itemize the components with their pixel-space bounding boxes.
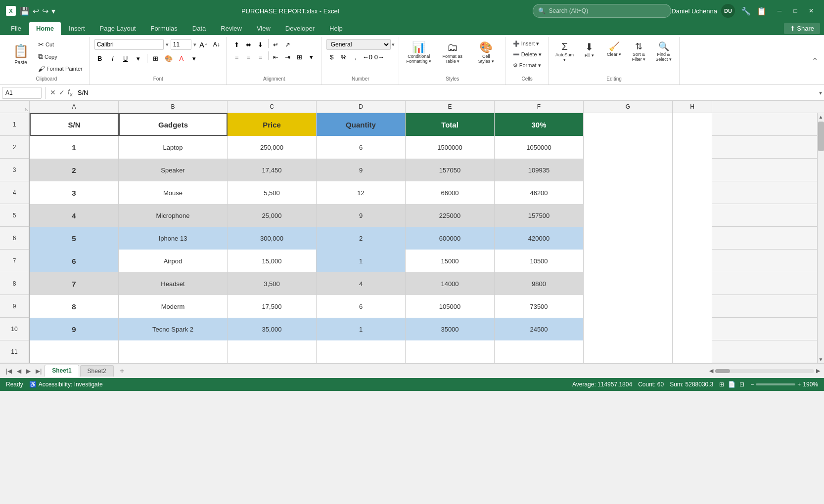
font-size-dropdown-icon[interactable]: ▾ — [193, 42, 196, 48]
format-painter-button[interactable]: 🖌 Format Painter — [36, 63, 85, 74]
tab-data[interactable]: Data — [185, 22, 213, 35]
normal-view-icon[interactable]: ⊞ — [719, 381, 724, 388]
format-button[interactable]: ⚙ Format ▾ — [510, 61, 544, 70]
find-select-button[interactable]: 🔍 Find &Select ▾ — [652, 39, 675, 64]
cell-h6[interactable] — [673, 227, 712, 250]
cell-b6[interactable]: Iphone 13 — [119, 227, 228, 250]
cell-c6[interactable]: 300,000 — [228, 227, 317, 250]
font-color-button[interactable]: A — [176, 53, 187, 64]
search-bar[interactable]: 🔍 — [533, 4, 671, 18]
cell-f3[interactable]: 109935 — [495, 159, 584, 181]
scroll-left-button[interactable]: ◀ — [709, 368, 713, 374]
cell-f9[interactable]: 73500 — [495, 295, 584, 318]
orientation-button[interactable]: ↗ — [282, 39, 293, 50]
zoom-out-button[interactable]: − — [750, 381, 754, 388]
sort-filter-button[interactable]: ⇅ Sort &Filter ▾ — [628, 39, 650, 64]
prev-sheet-button[interactable]: ◀ — [15, 367, 23, 376]
restore-button[interactable]: □ — [788, 4, 802, 18]
zoom-slider[interactable] — [756, 383, 795, 385]
scroll-up-button[interactable]: ▲ — [818, 113, 824, 121]
cell-b1[interactable]: Gadgets — [119, 113, 228, 136]
cell-b9[interactable]: Moderm — [119, 295, 228, 318]
customize-quick-access-button[interactable]: ▾ — [51, 6, 55, 16]
save-button[interactable]: 💾 — [20, 6, 30, 16]
cell-b3[interactable]: Speaker — [119, 159, 228, 181]
redo-button[interactable]: ↪ — [42, 6, 48, 16]
scroll-thumb[interactable] — [818, 122, 824, 151]
col-header-b[interactable]: B — [119, 101, 228, 113]
settings-icon[interactable]: 🔧 — [741, 6, 751, 16]
delete-button[interactable]: ➖ Delete ▾ — [510, 50, 544, 59]
cell-f2[interactable]: 1050000 — [495, 136, 584, 159]
font-name-dropdown-icon[interactable]: ▾ — [166, 42, 169, 48]
clear-button[interactable]: 🧹 Clear ▾ — [603, 39, 626, 59]
share-button[interactable]: ⬆ Share — [784, 23, 820, 34]
cell-a7[interactable]: 6 — [30, 250, 119, 272]
col-header-h[interactable]: H — [673, 101, 712, 113]
tab-review[interactable]: Review — [214, 22, 249, 35]
cell-b11[interactable] — [119, 340, 228, 363]
cell-g4[interactable] — [584, 181, 673, 204]
decrease-font-button[interactable]: A↓ — [211, 39, 222, 50]
cell-g11[interactable] — [584, 340, 673, 363]
cell-d6[interactable]: 2 — [317, 227, 406, 250]
next-sheet-button[interactable]: ▶ — [24, 367, 33, 376]
row-num-2[interactable]: 2 — [0, 136, 30, 159]
cell-b8[interactable]: Headset — [119, 272, 228, 295]
cell-e1[interactable]: Total — [406, 113, 495, 136]
cell-reference-box[interactable]: A1 — [2, 87, 42, 99]
cell-e4[interactable]: 66000 — [406, 181, 495, 204]
cell-a10[interactable]: 9 — [30, 318, 119, 340]
cell-a1[interactable]: S/N — [30, 113, 119, 136]
cell-c2[interactable]: 250,000 — [228, 136, 317, 159]
cell-e11[interactable] — [406, 340, 495, 363]
cell-d2[interactable]: 6 — [317, 136, 406, 159]
font-color-dropdown-icon[interactable]: ▾ — [189, 53, 200, 64]
tab-home[interactable]: Home — [29, 22, 61, 35]
scroll-right-button[interactable]: ▶ — [816, 368, 820, 374]
cell-e5[interactable]: 225000 — [406, 204, 495, 227]
first-sheet-button[interactable]: |◀ — [4, 367, 14, 376]
cell-a3[interactable]: 2 — [30, 159, 119, 181]
cell-d5[interactable]: 9 — [317, 204, 406, 227]
fill-button[interactable]: ⬇ Fill ▾ — [578, 39, 601, 60]
cell-b4[interactable]: Mouse — [119, 181, 228, 204]
insert-button[interactable]: ➕ Insert ▾ — [510, 39, 542, 48]
font-name-input[interactable] — [94, 39, 164, 50]
page-layout-icon[interactable]: 📄 — [728, 381, 735, 388]
comma-button[interactable]: , — [350, 51, 361, 62]
merge-center-button[interactable]: ⊞ — [294, 51, 305, 62]
sheet-tab-2[interactable]: Sheet2 — [80, 365, 114, 377]
decrease-indent-button[interactable]: ⇤ — [271, 51, 281, 62]
tab-file[interactable]: File — [4, 22, 28, 35]
tab-developer[interactable]: Developer — [278, 22, 321, 35]
cell-e2[interactable]: 1500000 — [406, 136, 495, 159]
cancel-formula-icon[interactable]: ✕ — [50, 88, 56, 96]
h-scroll-thumb[interactable] — [715, 369, 730, 373]
cell-g9[interactable] — [584, 295, 673, 318]
autosum-button[interactable]: Σ AutoSum ▾ — [553, 39, 576, 64]
tab-view[interactable]: View — [250, 22, 277, 35]
increase-font-button[interactable]: A↑ — [198, 39, 209, 50]
cell-f8[interactable]: 9800 — [495, 272, 584, 295]
row-num-8[interactable]: 8 — [0, 272, 30, 295]
cell-a9[interactable]: 8 — [30, 295, 119, 318]
cell-d1[interactable]: Quantity — [317, 113, 406, 136]
merge-dropdown-icon[interactable]: ▾ — [306, 51, 317, 62]
row-num-1[interactable]: 1 — [0, 113, 30, 136]
cell-d11[interactable] — [317, 340, 406, 363]
confirm-formula-icon[interactable]: ✓ — [59, 88, 65, 96]
scroll-down-button[interactable]: ▼ — [818, 356, 824, 363]
cell-g3[interactable] — [584, 159, 673, 181]
underline-dropdown-icon[interactable]: ▾ — [133, 53, 144, 64]
format-as-table-button[interactable]: 🗂 Format asTable ▾ — [438, 39, 467, 66]
cell-d7[interactable]: 1 — [317, 250, 406, 272]
wrap-text-button[interactable]: ↵ — [271, 39, 281, 50]
undo-button[interactable]: ↩ — [33, 6, 39, 16]
insert-function-icon[interactable]: fx — [68, 88, 73, 97]
cell-c8[interactable]: 3,500 — [228, 272, 317, 295]
cell-e7[interactable]: 15000 — [406, 250, 495, 272]
col-header-c[interactable]: C — [228, 101, 317, 113]
increase-indent-button[interactable]: ⇥ — [282, 51, 293, 62]
cell-a6[interactable]: 5 — [30, 227, 119, 250]
